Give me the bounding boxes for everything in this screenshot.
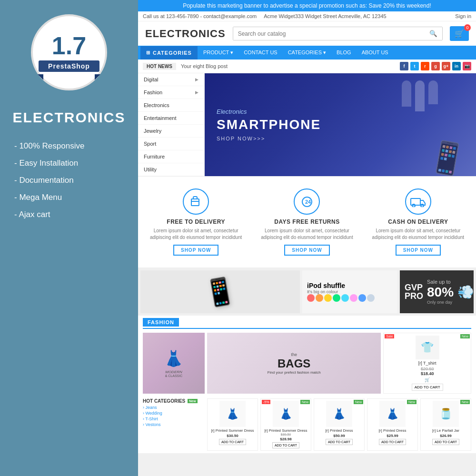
feature-item-3: - Documentation	[14, 172, 129, 189]
hero-subtitle: Electronics	[217, 108, 321, 115]
fashion-classic: & CLASSIC	[165, 374, 183, 377]
cat-utility[interactable]: Utility	[138, 163, 204, 176]
search-input[interactable]	[233, 27, 425, 40]
product-3-price: $25.99	[387, 434, 398, 438]
feature-btn-2[interactable]: SHOP NOW	[284, 245, 329, 256]
product-2-price: $50.99	[333, 434, 345, 438]
cat-sport[interactable]: Sport	[138, 138, 204, 150]
signin-link[interactable]: Sign in	[455, 13, 471, 19]
linkedin-icon[interactable]: in	[452, 62, 461, 70]
promo-gvp-banner[interactable]: GVP PRO Sale up to 80% Only one day 💨	[400, 270, 474, 313]
gvp-sale-info: Sale up to 80% Only one day	[427, 279, 454, 305]
left-panel: 1.7 PrestaShop ELECTRONICS - 100% Respon…	[0, 0, 138, 476]
cat-digital[interactable]: Digital ▶	[138, 73, 204, 86]
feature-item-4: - Mega Menu	[14, 189, 129, 206]
gvp-percent: 80%	[427, 285, 454, 300]
product-0-price: $30.50	[227, 434, 238, 438]
nav-contact[interactable]: CONTACT US	[239, 46, 282, 60]
hot-cat-list: › Jeans › Wedding › T-Shirt › Vestons	[143, 405, 205, 427]
product-4-new: New	[460, 400, 470, 404]
hot-cat-jeans[interactable]: › Jeans	[143, 405, 205, 410]
feature-item-5: - Ajax cart	[14, 206, 129, 223]
hero-people	[402, 80, 438, 111]
fashion-header: FASHION	[143, 318, 471, 329]
product-1-name: [r] Printed Summer Dress	[264, 428, 307, 433]
disc-pink	[350, 294, 357, 302]
disc-colors	[307, 294, 375, 302]
product-row: 👗 [r] Printed Summer Dress $30.50 ADD TO…	[207, 398, 471, 451]
cat-jewelry[interactable]: Jewelry	[138, 125, 204, 138]
nav-about[interactable]: ABOUT US	[357, 46, 393, 60]
fashion-model: 👗	[164, 349, 183, 367]
product-1-sale: -5%	[262, 400, 270, 404]
version-badge: 1.7 PrestaShop	[31, 14, 107, 90]
feature-item-1: - 100% Responsive	[14, 138, 129, 155]
product-3-add[interactable]: ADD TO CART	[379, 439, 406, 445]
header-contact: Call us at 123-456-7890 - contact@exampl…	[143, 13, 387, 19]
svg-text:24: 24	[305, 199, 311, 205]
facebook-icon[interactable]: f	[400, 62, 408, 70]
product-2-add[interactable]: ADD TO CART	[326, 439, 353, 445]
header-bar: Call us at 123-456-7890 - contact@exampl…	[138, 11, 476, 21]
top-banner: Populate this marketing banner to advert…	[138, 0, 476, 11]
product-4-img: 🫙	[433, 401, 459, 427]
ipod-info: iPod shuffle It's big on colour	[307, 282, 375, 302]
tshirt-add-btn[interactable]: ADD TO CART	[412, 384, 443, 391]
search-button[interactable]: 🔍	[425, 27, 442, 40]
cat-fashion[interactable]: Fashion ▶	[138, 86, 204, 99]
main-content: Digital ▶ Fashion ▶ Electronics Entertai…	[138, 73, 476, 476]
bags-title: BAGS	[278, 357, 310, 370]
product-0: 👗 [r] Printed Summer Dress $30.50 ADD TO…	[207, 398, 258, 451]
hot-cat-vestons[interactable]: › Vestons	[143, 422, 205, 427]
promo-phone-banner[interactable]: 📱	[140, 270, 300, 313]
site-logo[interactable]: ELECTRONICS	[145, 28, 226, 40]
feature-btn-1[interactable]: SHOP NOW	[173, 245, 218, 256]
google-icon[interactable]: g	[431, 62, 440, 70]
fashion-grid: 👗 MODERN & CLASSIC the BAGS Find your pr…	[143, 333, 471, 394]
rss-icon[interactable]: r	[421, 62, 429, 70]
categories-label: CATEGORIES	[153, 50, 192, 56]
cat-entertainment[interactable]: Entertainment	[138, 112, 204, 125]
product-tshirt: Sale New 👕 [r] T_shirt $20.50 $18.40 🛒 A…	[383, 333, 471, 394]
promo-ipod-banner[interactable]: iPod shuffle It's big on colour	[302, 270, 397, 313]
product-1-add[interactable]: ADD TO CART	[272, 442, 299, 448]
hot-cat-tshirt[interactable]: › T-Shirt	[143, 416, 205, 421]
phone-info: Call us at 123-456-7890 - contact@exampl…	[143, 13, 257, 19]
cat-electronics[interactable]: Electronics	[138, 99, 204, 112]
sale-badge: Sale	[385, 334, 394, 338]
product-4-add[interactable]: ADD TO CART	[432, 439, 459, 445]
social-icons: f t r g g+ in 📷	[400, 62, 471, 70]
gvp-text: GVP PRO	[405, 283, 423, 300]
twitter-icon[interactable]: t	[410, 62, 419, 70]
hero-title: SMARTPHONE	[217, 118, 321, 132]
fashion-title-badge: FASHION	[143, 318, 179, 327]
cat-furniture[interactable]: Furniture	[138, 150, 204, 163]
hot-cat-wedding[interactable]: › Wedding	[143, 411, 205, 416]
feature-cash: CASH ON DELIVERY Lorem ipsum dolor sit a…	[365, 184, 471, 260]
categories-dropdown[interactable]: ⊞ CATEGORIES	[140, 46, 198, 60]
product-3-new: New	[407, 400, 416, 404]
product-1-img: 👗	[273, 401, 299, 427]
bags-banner[interactable]: the BAGS Find your prefect fashion match	[207, 333, 381, 394]
feature-btn-3[interactable]: SHOP NOW	[396, 245, 441, 256]
gplus-icon[interactable]: g+	[442, 62, 450, 70]
features-section: FREE TO DELIVERY Lorem ipsum dolor sit a…	[138, 176, 476, 268]
fashion-section: FASHION 👗 MODERN & CLASSIC the BAGS Find…	[138, 316, 476, 396]
product-4-name: [r] Le Parfait Jar	[432, 428, 459, 433]
phone-image: 📱	[201, 274, 239, 310]
nav-product[interactable]: PRODUCT ▾	[198, 46, 238, 60]
cart-button[interactable]: 🛒 0	[450, 26, 469, 41]
nav-blog[interactable]: BLOG	[332, 46, 356, 60]
feature-desc-3: Lorem ipsum dolor sit amet, consectetur …	[370, 228, 466, 241]
ipod-sub: It's big on colour	[307, 289, 375, 294]
cat-arrow: ▶	[195, 90, 198, 95]
main-nav: ⊞ CATEGORIES PRODUCT ▾ CONTACT US CATEGO…	[138, 46, 476, 60]
fashion-promo-banner[interactable]: 👗 MODERN & CLASSIC	[143, 333, 205, 394]
cart-badge: 0	[464, 24, 471, 31]
instagram-icon[interactable]: 📷	[463, 62, 471, 70]
hot-news-label: HOT NEWS	[143, 63, 176, 70]
product-0-add[interactable]: ADD TO CART	[219, 439, 246, 445]
nav-categories[interactable]: CATEGORIES ▾	[283, 46, 331, 60]
hero-cta[interactable]: SHOP NOW>>>	[217, 136, 321, 141]
truck-icon	[405, 188, 431, 215]
